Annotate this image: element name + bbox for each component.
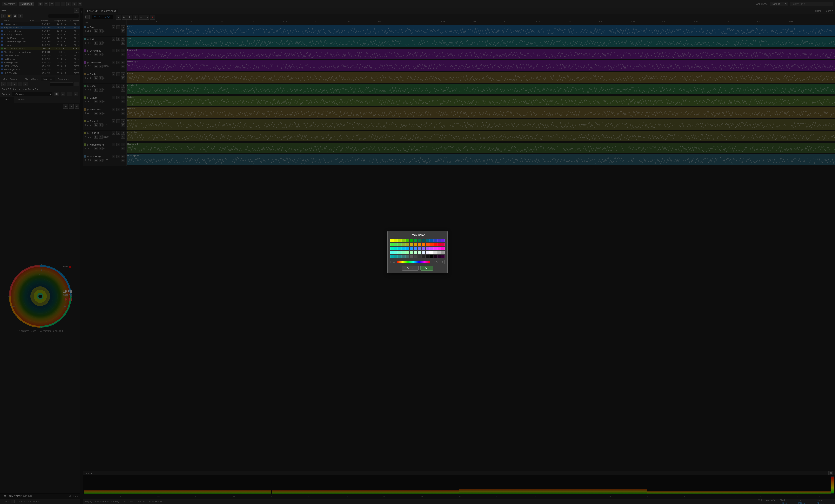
color-swatch[interactable] — [437, 243, 441, 246]
color-swatch[interactable] — [410, 239, 413, 242]
color-swatch[interactable] — [402, 239, 406, 242]
color-swatch[interactable] — [441, 243, 445, 246]
color-swatch[interactable] — [394, 239, 398, 242]
color-swatch[interactable] — [390, 250, 394, 254]
color-swatch[interactable] — [394, 247, 398, 250]
color-swatch[interactable] — [433, 255, 437, 258]
hue-reset-icon[interactable]: ↺ — [440, 260, 445, 264]
color-swatch[interactable] — [426, 250, 429, 254]
color-swatch[interactable] — [429, 239, 433, 242]
color-swatch[interactable] — [414, 247, 417, 250]
color-swatch[interactable] — [422, 250, 425, 254]
color-swatch[interactable] — [422, 255, 425, 258]
color-swatch[interactable] — [418, 247, 421, 250]
color-swatch[interactable] — [418, 239, 421, 242]
color-swatch[interactable] — [406, 255, 409, 258]
color-swatch[interactable] — [437, 255, 441, 258]
color-swatch[interactable] — [398, 243, 402, 246]
hue-label: Hue: — [390, 261, 395, 263]
hue-row: Hue: 176 ↺ — [390, 260, 445, 264]
color-swatch[interactable] — [418, 255, 421, 258]
color-swatch[interactable] — [402, 255, 406, 258]
color-swatch[interactable] — [418, 243, 421, 246]
color-swatch[interactable] — [398, 250, 402, 254]
color-swatch[interactable] — [406, 239, 409, 242]
color-swatch[interactable] — [410, 247, 413, 250]
color-swatch[interactable] — [441, 250, 445, 254]
color-swatch[interactable] — [410, 255, 413, 258]
color-swatch[interactable] — [441, 247, 445, 250]
color-swatch[interactable] — [394, 243, 398, 246]
track-color-dialog: Track Color Hue: 176 ↺ Cancel OK — [387, 231, 448, 274]
color-swatch[interactable] — [390, 255, 394, 258]
color-swatch[interactable] — [402, 250, 406, 254]
modal-buttons: Cancel OK — [390, 266, 445, 270]
color-swatch[interactable] — [441, 255, 445, 258]
color-swatch[interactable] — [426, 239, 429, 242]
color-swatch[interactable] — [410, 243, 413, 246]
color-swatch[interactable] — [410, 250, 413, 254]
color-swatch[interactable] — [394, 255, 398, 258]
color-swatch[interactable] — [422, 239, 425, 242]
color-swatch[interactable] — [433, 239, 437, 242]
color-swatch[interactable] — [402, 247, 406, 250]
ok-button[interactable]: OK — [420, 266, 433, 270]
color-swatch[interactable] — [429, 255, 433, 258]
color-swatch[interactable] — [433, 243, 437, 246]
color-swatch[interactable] — [406, 250, 409, 254]
cancel-button[interactable]: Cancel — [402, 266, 419, 270]
color-swatch[interactable] — [426, 243, 429, 246]
color-swatch[interactable] — [390, 247, 394, 250]
color-swatch[interactable] — [394, 250, 398, 254]
color-swatch[interactable] — [422, 243, 425, 246]
color-swatch[interactable] — [414, 250, 417, 254]
color-swatch[interactable] — [433, 247, 437, 250]
color-swatch[interactable] — [390, 243, 394, 246]
hue-value: 176 — [432, 261, 438, 263]
color-swatch[interactable] — [390, 239, 394, 242]
color-swatch[interactable] — [414, 239, 417, 242]
color-swatch[interactable] — [426, 255, 429, 258]
color-swatch[interactable] — [406, 247, 409, 250]
color-swatch[interactable] — [406, 243, 409, 246]
color-swatch[interactable] — [418, 250, 421, 254]
color-swatch[interactable] — [402, 243, 406, 246]
color-swatch[interactable] — [437, 250, 441, 254]
color-swatch[interactable] — [414, 243, 417, 246]
color-swatch[interactable] — [426, 247, 429, 250]
color-swatch[interactable] — [441, 239, 445, 242]
color-swatch[interactable] — [429, 250, 433, 254]
color-swatch[interactable] — [437, 239, 441, 242]
hue-slider[interactable] — [397, 261, 430, 263]
color-swatch[interactable] — [398, 247, 402, 250]
modal-title: Track Color — [390, 234, 445, 237]
modal-overlay[interactable]: Track Color Hue: 176 ↺ Cancel OK — [0, 0, 835, 504]
color-swatch[interactable] — [414, 255, 417, 258]
color-grid — [390, 239, 445, 258]
color-swatch[interactable] — [398, 255, 402, 258]
color-swatch[interactable] — [422, 247, 425, 250]
color-swatch[interactable] — [429, 247, 433, 250]
color-swatch[interactable] — [398, 239, 402, 242]
color-swatch[interactable] — [437, 247, 441, 250]
color-swatch[interactable] — [433, 250, 437, 254]
color-swatch[interactable] — [429, 243, 433, 246]
